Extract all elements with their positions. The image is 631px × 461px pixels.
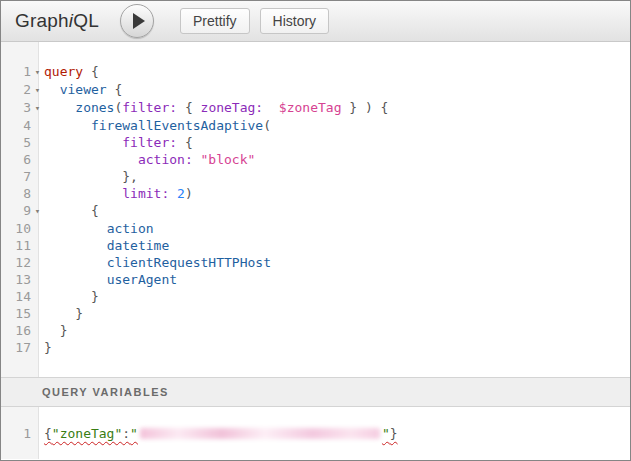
token [169, 186, 177, 201]
line-number: 2 [1, 81, 31, 99]
fold-arrow-icon[interactable]: ▾ [31, 81, 44, 99]
code-text: clientRequestHTTPHost [44, 254, 630, 271]
line-number: 12 [1, 254, 31, 271]
line-number: 3 [1, 99, 31, 117]
token: "block" [201, 152, 256, 167]
code-line[interactable]: 9▾ { [1, 202, 630, 220]
line-number: 16 [1, 322, 31, 339]
fold-gutter-spacer [31, 254, 44, 271]
code-line[interactable]: 11 datetime [1, 237, 630, 254]
graphiql-logo: GraphiQL [15, 10, 99, 32]
token: limit: [122, 186, 169, 201]
token: filter: [122, 135, 177, 150]
token: } ) { [341, 100, 388, 115]
token: 2 [177, 186, 185, 201]
toolbar: GraphiQL Prettify History [1, 1, 630, 42]
line-number: 11 [1, 237, 31, 254]
line-number: 1 [1, 63, 31, 81]
token [44, 221, 107, 236]
code-line[interactable]: 10 action [1, 220, 630, 237]
fold-gutter-spacer [31, 237, 44, 254]
fold-gutter-spacer [31, 322, 44, 339]
token: firewallEventsAdaptive [91, 118, 263, 133]
code-line[interactable]: 7 }, [1, 168, 630, 185]
fold-arrow-icon[interactable]: ▾ [31, 99, 44, 117]
code-text: action [44, 220, 630, 237]
token: { [44, 426, 52, 441]
line-number: 5 [1, 134, 31, 151]
line-number: 9 [1, 202, 31, 220]
token: { [107, 82, 123, 97]
token: : [122, 426, 130, 441]
code-line[interactable]: 3▾ zones(filter: { zoneTag: $zoneTag } )… [1, 99, 630, 117]
token: zones [75, 100, 114, 115]
token: viewer [60, 82, 107, 97]
token: }, [44, 169, 138, 184]
token: } [44, 306, 83, 321]
code-text: userAgent [44, 271, 630, 288]
token: action [107, 221, 154, 236]
code-line[interactable]: 2▾ viewer { [1, 81, 630, 99]
token: " [382, 426, 390, 441]
token: { [44, 203, 99, 218]
token [44, 135, 122, 150]
code-text: firewallEventsAdaptive( [44, 117, 630, 134]
code-line[interactable]: 13 userAgent [1, 271, 630, 288]
variables-editor[interactable]: 1{"zoneTag":""} [1, 407, 630, 459]
code-line[interactable]: 1{"zoneTag":""} [1, 425, 630, 442]
line-number: 4 [1, 117, 31, 134]
code-line[interactable]: 8 limit: 2) [1, 185, 630, 202]
token [44, 152, 138, 167]
fold-gutter-spacer [31, 305, 44, 322]
fold-arrow-icon[interactable]: ▾ [31, 63, 44, 81]
code-line[interactable]: 4 firewallEventsAdaptive( [1, 117, 630, 134]
token: } [44, 323, 67, 338]
logo-text: QL [73, 10, 99, 31]
line-number: 6 [1, 151, 31, 168]
query-variables-title: QUERY VARIABLES [42, 386, 169, 398]
code-line[interactable]: 1▾query { [1, 63, 630, 81]
code-line[interactable]: 16 } [1, 322, 630, 339]
code-text: action: "block" [44, 151, 630, 168]
code-text: }, [44, 168, 630, 185]
token: action: [138, 152, 193, 167]
query-variables-header[interactable]: QUERY VARIABLES [1, 377, 630, 407]
line-number: 14 [1, 288, 31, 305]
history-button[interactable]: History [260, 8, 330, 34]
logo-text: Graph [15, 10, 69, 31]
code-line[interactable]: 12 clientRequestHTTPHost [1, 254, 630, 271]
query-editor[interactable]: 1▾query {2▾ viewer {3▾ zones(filter: { z… [1, 42, 630, 377]
code-text: } [44, 288, 630, 305]
code-text: {"zoneTag":""} [44, 425, 630, 442]
token [44, 82, 60, 97]
token [193, 152, 201, 167]
token: userAgent [107, 272, 177, 287]
fold-arrow-icon[interactable]: ▾ [31, 202, 44, 220]
token: ( [263, 118, 271, 133]
token: datetime [107, 238, 170, 253]
code-line[interactable]: 6 action: "block" [1, 151, 630, 168]
fold-gutter-spacer [31, 151, 44, 168]
token: } [44, 340, 52, 355]
line-number: 7 [1, 168, 31, 185]
code-line[interactable]: 17} [1, 339, 630, 356]
code-line[interactable]: 14 } [1, 288, 630, 305]
token [263, 100, 279, 115]
code-line[interactable]: 5 filter: { [1, 134, 630, 151]
code-text: filter: { [44, 134, 630, 151]
token: } [390, 426, 398, 441]
token: { [177, 100, 200, 115]
token: } [44, 289, 99, 304]
code-text: query { [44, 63, 630, 81]
redacted-value [140, 428, 380, 439]
token [44, 255, 107, 270]
token [44, 186, 122, 201]
code-text: limit: 2) [44, 185, 630, 202]
execute-query-button[interactable] [120, 4, 154, 38]
fold-gutter-spacer [31, 425, 44, 442]
line-number: 13 [1, 271, 31, 288]
code-line[interactable]: 15 } [1, 305, 630, 322]
token: "zoneTag" [52, 426, 122, 441]
token: query [44, 64, 83, 79]
prettify-button[interactable]: Prettify [180, 8, 250, 34]
